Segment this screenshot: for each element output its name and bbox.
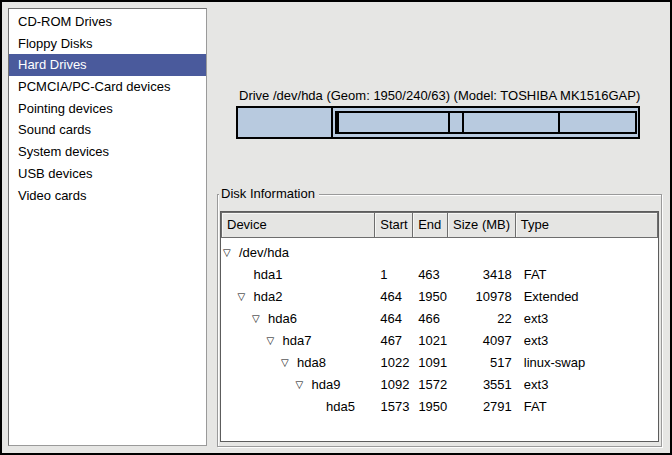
device-cell: ▽hda9 <box>221 374 376 396</box>
start-cell <box>375 242 413 264</box>
start-cell: 464 <box>375 308 413 330</box>
partition-segment-hda1 <box>238 108 333 137</box>
sidebar-item-hard-drives[interactable]: Hard Drives <box>9 54 206 76</box>
end-cell: 1091 <box>413 352 448 374</box>
table-row-hda6[interactable]: ▽hda646446622ext3 <box>221 308 658 330</box>
disk-information-frame: Disk Information DeviceStartEndSize (MB)… <box>217 194 662 447</box>
sidebar-item-video-cards[interactable]: Video cards <box>9 185 206 207</box>
device-name: hda2 <box>254 286 283 308</box>
device-name: hda9 <box>312 374 341 396</box>
logical-partition-hda8 <box>450 113 464 132</box>
column-header-device[interactable]: Device <box>221 212 375 238</box>
disk-table-rows: ▽/dev/hdahda114633418FAT▽hda246419501097… <box>221 238 658 418</box>
table-row-hda8[interactable]: ▽hda810221091517linux-swap <box>221 352 658 374</box>
disk-table: DeviceStartEndSize (MB)Type ▽/dev/hdahda… <box>220 211 659 442</box>
start-cell: 1022 <box>375 352 413 374</box>
device-cell: hda5 <box>221 396 376 418</box>
table-row-hda7[interactable]: ▽hda746710214097ext3 <box>221 330 658 352</box>
end-cell: 1950 <box>413 286 448 308</box>
type-cell: linux-swap <box>516 352 658 374</box>
logical-partition-hda5 <box>560 113 635 132</box>
expander-open-icon[interactable]: ▽ <box>281 352 297 374</box>
sidebar-item-cd-rom-drives[interactable]: CD-ROM Drives <box>9 11 206 33</box>
device-name: hda1 <box>254 264 283 286</box>
column-header-end[interactable]: End <box>413 212 448 238</box>
type-cell: FAT <box>516 396 658 418</box>
type-cell: ext3 <box>516 374 658 396</box>
expander-open-icon[interactable]: ▽ <box>267 330 283 352</box>
end-cell <box>413 242 448 264</box>
expander-open-icon[interactable]: ▽ <box>238 286 254 308</box>
size-cell: 22 <box>448 308 516 330</box>
sidebar-item-usb-devices[interactable]: USB devices <box>9 163 206 185</box>
column-header-size-mb-[interactable]: Size (MB) <box>448 212 516 238</box>
type-cell: ext3 <box>516 330 658 352</box>
type-cell: FAT <box>516 264 658 286</box>
sidebar-item-floppy-disks[interactable]: Floppy Disks <box>9 33 206 55</box>
device-cell: hda1 <box>221 264 375 286</box>
size-cell: 3418 <box>448 264 516 286</box>
disk-information-frame-label: Disk Information <box>219 186 319 201</box>
size-cell <box>448 242 516 264</box>
device-cell: ▽hda7 <box>221 330 375 352</box>
end-cell: 463 <box>413 264 448 286</box>
expander-open-icon[interactable]: ▽ <box>223 242 239 264</box>
device-cell: ▽hda6 <box>221 308 375 330</box>
end-cell: 1572 <box>413 374 448 396</box>
size-cell: 3551 <box>448 374 516 396</box>
logical-partition-hda7 <box>339 113 450 132</box>
start-cell: 1092 <box>376 374 414 396</box>
device-category-list: CD-ROM DrivesFloppy DisksHard DrivesPCMC… <box>8 8 207 446</box>
type-cell: Extended <box>516 286 658 308</box>
sidebar-item-system-devices[interactable]: System devices <box>9 141 206 163</box>
device-cell: ▽/dev/hda <box>221 242 375 264</box>
start-cell: 1573 <box>376 396 414 418</box>
size-cell: 4097 <box>448 330 516 352</box>
table-row-hda9[interactable]: ▽hda9109215723551ext3 <box>221 374 658 396</box>
sidebar-item-sound-cards[interactable]: Sound cards <box>9 119 206 141</box>
column-header-type[interactable]: Type <box>516 212 658 238</box>
type-cell <box>516 242 658 264</box>
size-cell: 10978 <box>448 286 516 308</box>
hardware-browser-window: CD-ROM DrivesFloppy DisksHard DrivesPCMC… <box>0 0 672 455</box>
sidebar-item-pointing-devices[interactable]: Pointing devices <box>9 98 206 120</box>
end-cell: 466 <box>413 308 448 330</box>
table-row--dev-hda[interactable]: ▽/dev/hda <box>221 242 658 264</box>
device-name: hda7 <box>283 330 312 352</box>
extended-partition-hda2 <box>335 111 637 134</box>
size-cell: 517 <box>448 352 516 374</box>
device-name: /dev/hda <box>239 242 289 264</box>
start-cell: 467 <box>375 330 413 352</box>
table-row-hda1[interactable]: hda114633418FAT <box>221 264 658 286</box>
device-name: hda6 <box>268 308 297 330</box>
device-name: hda8 <box>297 352 326 374</box>
sidebar-item-pcmcia-pc-card-devices[interactable]: PCMCIA/PC-Card devices <box>9 76 206 98</box>
drive-title: Drive /dev/hda (Geom: 1950/240/63) (Mode… <box>239 88 640 103</box>
logical-partition-hda9 <box>464 113 560 132</box>
type-cell: ext3 <box>516 308 658 330</box>
expander-open-icon[interactable]: ▽ <box>296 374 312 396</box>
disk-table-header: DeviceStartEndSize (MB)Type <box>221 212 658 238</box>
expander-open-icon[interactable]: ▽ <box>252 308 268 330</box>
start-cell: 1 <box>375 264 413 286</box>
device-name: hda5 <box>326 396 355 418</box>
device-cell: ▽hda8 <box>221 352 375 374</box>
table-row-hda2[interactable]: ▽hda2464195010978Extended <box>221 286 658 308</box>
device-cell: ▽hda2 <box>221 286 375 308</box>
start-cell: 464 <box>375 286 413 308</box>
column-header-start[interactable]: Start <box>375 212 413 238</box>
partition-bar <box>236 106 640 139</box>
size-cell: 2791 <box>448 396 516 418</box>
table-row-hda5[interactable]: hda5157319502791FAT <box>221 396 658 418</box>
end-cell: 1950 <box>413 396 448 418</box>
end-cell: 1021 <box>413 330 448 352</box>
